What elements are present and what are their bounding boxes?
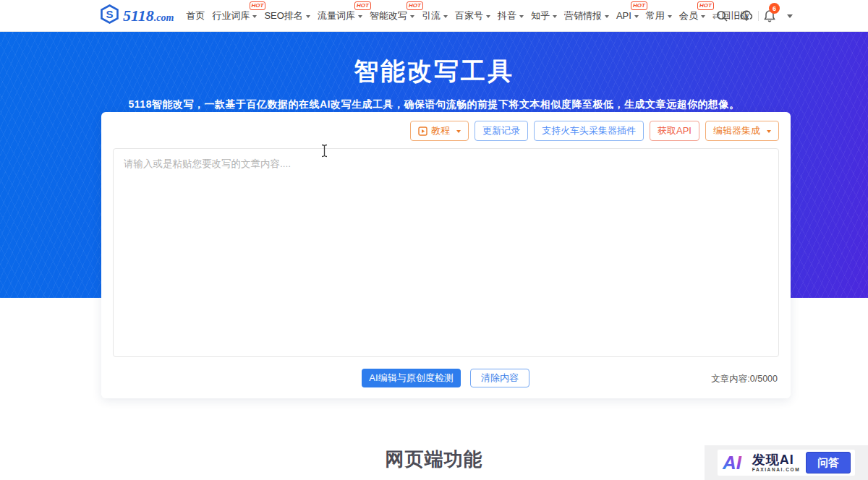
nav-item-lead-gen[interactable]: 引流 bbox=[418, 0, 451, 32]
faxianai-promo-widget: AI 发现AI FAXIANAI.COM 问答 bbox=[705, 445, 868, 480]
chevron-down-icon bbox=[701, 15, 705, 18]
site-logo[interactable]: S 5118.com bbox=[100, 4, 174, 27]
logo-text: 5118.com bbox=[123, 7, 174, 25]
svg-text:S: S bbox=[106, 8, 113, 20]
ai-edit-detect-button[interactable]: AI编辑与原创度检测 bbox=[362, 369, 461, 387]
nav-item-seo-rank[interactable]: SEO排名 bbox=[260, 0, 313, 32]
brand-domain: FAXIANAI.COM bbox=[752, 468, 801, 473]
chevron-down-icon bbox=[456, 130, 461, 133]
chevron-down-icon bbox=[605, 15, 609, 18]
faxianai-logo-icon: AI bbox=[722, 453, 746, 473]
chevron-down-icon bbox=[519, 15, 524, 18]
notification-count-badge: 6 bbox=[769, 3, 780, 14]
rewrite-editor-card: 教程 更新记录 支持火车头采集器插件 获取API 编辑器集成 AI编辑与原创度检… bbox=[101, 112, 791, 398]
cloud-download-icon[interactable] bbox=[739, 9, 752, 22]
page-title: 智能改写工具 bbox=[0, 32, 868, 88]
search-icon[interactable] bbox=[715, 9, 728, 22]
chevron-down-icon bbox=[443, 15, 448, 18]
chevron-down-icon bbox=[306, 15, 310, 18]
nav-item-zhihu[interactable]: 知乎 bbox=[527, 0, 561, 32]
locomotive-plugin-button[interactable]: 支持火车头采集器插件 bbox=[534, 121, 644, 141]
text-cursor-pointer bbox=[320, 144, 328, 160]
chevron-down-icon bbox=[553, 15, 557, 18]
editor-footer: AI编辑与原创度检测 清除内容 文章内容:0/5000 bbox=[113, 369, 779, 388]
chevron-down-icon bbox=[668, 15, 672, 18]
changelog-button[interactable]: 更新记录 bbox=[475, 121, 528, 141]
nav-item-douyin[interactable]: 抖音 bbox=[494, 0, 527, 32]
chevron-down-icon bbox=[358, 15, 362, 18]
nav-item-traffic-lexicon[interactable]: 流量词库 HOT bbox=[314, 0, 366, 32]
nav-item-api[interactable]: API HOT bbox=[613, 0, 642, 32]
character-counter: 文章内容:0/5000 bbox=[711, 373, 778, 385]
chevron-down-icon bbox=[486, 15, 490, 18]
nav-item-baijiahao[interactable]: 百家号 bbox=[451, 0, 494, 32]
logo-hexagon-icon: S bbox=[100, 4, 119, 27]
faxianai-brand-text: 发现AI FAXIANAI.COM bbox=[752, 453, 801, 473]
article-input-textarea[interactable] bbox=[113, 148, 779, 357]
page-subtitle: 5118智能改写，一款基于百亿数据的在线AI改写生成工具，确保语句流畅的前提下将… bbox=[0, 98, 868, 111]
page: S 5118.com 首页 行业词库 HOT SEO排名 流量词库 HOT 智能… bbox=[0, 0, 868, 480]
nav-item-membership[interactable]: 会员 HOT bbox=[676, 0, 709, 32]
nav-item-common-tools[interactable]: 常用 bbox=[642, 0, 676, 32]
editor-integration-button[interactable]: 编辑器集成 bbox=[705, 121, 779, 141]
brand-name: 发现AI bbox=[752, 453, 801, 466]
header-icons: 6 bbox=[715, 0, 793, 32]
chevron-down-icon bbox=[634, 15, 639, 18]
clear-content-button[interactable]: 清除内容 bbox=[470, 369, 529, 387]
nav-item-smart-rewrite[interactable]: 智能改写 HOT bbox=[366, 0, 418, 32]
video-icon bbox=[418, 127, 427, 136]
account-dropdown-caret[interactable] bbox=[787, 14, 793, 18]
notification-bell-icon[interactable]: 6 bbox=[763, 9, 776, 22]
get-api-button[interactable]: 获取API bbox=[650, 121, 699, 141]
editor-toolbar: 教程 更新记录 支持火车头采集器插件 获取API 编辑器集成 bbox=[410, 121, 779, 141]
top-navbar: S 5118.com 首页 行业词库 HOT SEO排名 流量词库 HOT 智能… bbox=[0, 0, 868, 32]
qa-button[interactable]: 问答 bbox=[806, 452, 851, 473]
chevron-down-icon bbox=[410, 15, 414, 18]
svg-text:AI: AI bbox=[722, 453, 742, 473]
nav-item-marketing-intel[interactable]: 营销情报 bbox=[561, 0, 613, 32]
tutorial-button[interactable]: 教程 bbox=[410, 121, 469, 141]
nav-item-home[interactable]: 首页 bbox=[182, 0, 208, 32]
faxianai-promo-inner[interactable]: AI 发现AI FAXIANAI.COM 问答 bbox=[718, 450, 856, 476]
nav-item-industry-lexicon[interactable]: 行业词库 HOT bbox=[208, 0, 260, 32]
chevron-down-icon bbox=[767, 130, 771, 133]
chevron-down-icon bbox=[252, 15, 257, 18]
main-nav: 首页 行业词库 HOT SEO排名 流量词库 HOT 智能改写 HOT 引流 百… bbox=[182, 0, 762, 32]
